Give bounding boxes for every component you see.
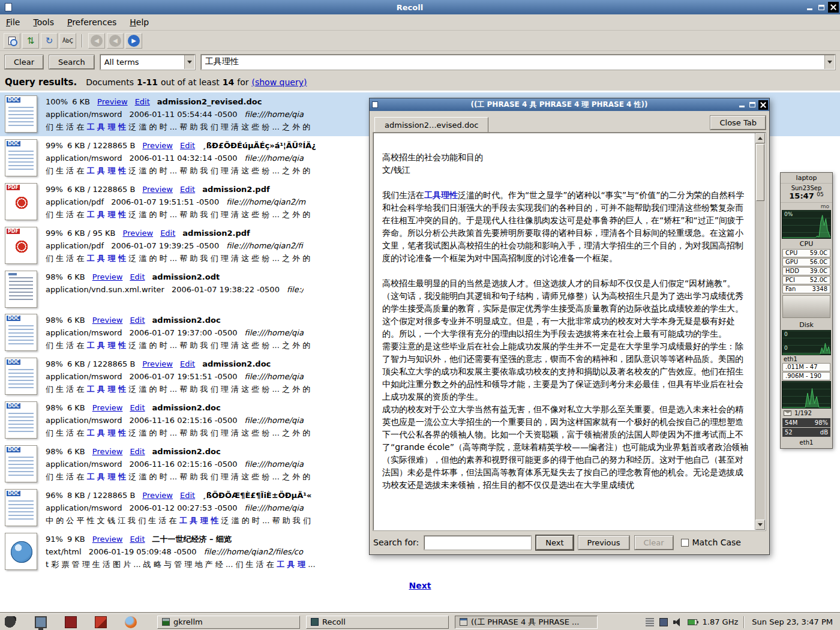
preview-link[interactable]: Preview — [92, 403, 123, 412]
preview-link[interactable]: Preview — [142, 141, 173, 150]
file-icon[interactable] — [5, 358, 37, 395]
file-icon[interactable] — [5, 401, 37, 439]
preview-close-button[interactable] — [758, 100, 768, 110]
file-icon[interactable] — [5, 227, 37, 264]
file-icon[interactable] — [5, 533, 37, 570]
temp-value: 39.0C — [810, 268, 827, 275]
preview-minimize-button[interactable] — [737, 100, 746, 110]
term-explorer-button[interactable]: ÂbÇ — [59, 33, 76, 49]
menu-tools[interactable]: Tools — [33, 17, 54, 27]
text-fragment: 高校招生最明显的目的当然是选拔人才。但这选拔人才的目标却不仅仅是人们假定“因材施… — [382, 278, 743, 338]
clear-button[interactable]: Clear — [5, 55, 43, 69]
file-icon[interactable] — [5, 271, 37, 308]
app-launcher-icon[interactable] — [65, 616, 77, 628]
menu-help[interactable]: Help — [130, 17, 149, 27]
preview-titlebar[interactable]: ((工 PHRASE 4 具 PHRASE 4 理 PHRASE 4 性)) — [370, 98, 769, 111]
scroll-up-button[interactable] — [755, 133, 765, 143]
menu-preferences[interactable]: Preferences — [67, 17, 116, 27]
preview-link[interactable]: Preview — [123, 229, 154, 238]
file-icon[interactable] — [5, 314, 37, 351]
preview-link[interactable]: Preview — [142, 359, 173, 368]
taskbar-window-preview[interactable]: ((工 PHRASE 4 具 PHRASE ... — [455, 616, 598, 629]
edit-link[interactable]: Edit — [180, 491, 195, 500]
maximize-button[interactable] — [816, 2, 827, 13]
show-query-link[interactable]: (show query) — [251, 77, 307, 87]
sort-button[interactable]: ⇅ — [22, 33, 39, 49]
preview-link[interactable]: Preview — [142, 491, 173, 500]
search-input[interactable] — [202, 57, 824, 67]
window-titlebar[interactable]: Recoll — [0, 0, 840, 14]
preview-link[interactable]: Preview — [92, 272, 123, 281]
result-line1: 99%6 KB / 1228865 BPreviewEdit¸ßÐ£ÕÐÉúµÄ… — [46, 139, 316, 152]
result-score: 98% — [46, 447, 63, 456]
text-fragment: 泛 滥 的 时 ... 帮 助 我 们 理 清 这 些 纷 ... 之 外 的 — [126, 428, 310, 437]
preview-link[interactable]: Preview — [92, 447, 123, 456]
scrollbar-track[interactable] — [755, 202, 765, 520]
search-button[interactable]: Search — [49, 55, 94, 69]
mail-count: 1/192 — [794, 410, 812, 416]
preview-next-button[interactable]: Next — [536, 536, 572, 550]
file-icon[interactable] — [5, 183, 37, 220]
history-button[interactable]: ↻ — [41, 33, 58, 49]
edit-link[interactable]: Edit — [180, 141, 195, 150]
edit-link[interactable]: Edit — [160, 229, 175, 238]
preview-scrollbar[interactable] — [755, 133, 765, 530]
tools-launcher-icon[interactable] — [95, 616, 107, 628]
edit-link[interactable]: Edit — [180, 185, 195, 194]
result-url: file:///home/qia — [244, 328, 303, 337]
taskbar-window-recoll[interactable]: Recoll — [306, 616, 449, 629]
edit-link[interactable]: Edit — [130, 447, 145, 456]
edit-link[interactable]: Edit — [180, 359, 195, 368]
terminal-launcher-icon[interactable] — [35, 616, 47, 628]
battery-icon[interactable] — [688, 619, 697, 625]
preview-tab[interactable]: admission2...evised.doc — [374, 117, 488, 133]
close-tab-button[interactable]: Close Tab — [710, 116, 766, 130]
search-mode-select[interactable]: All terms — [100, 55, 195, 70]
firefox-launcher-icon[interactable] — [125, 616, 137, 628]
edit-link[interactable]: Edit — [130, 535, 145, 544]
minimize-button[interactable] — [804, 2, 815, 13]
text-fragment: 们 生 活 在 — [46, 210, 87, 219]
menu-file[interactable]: File — [6, 17, 20, 27]
preview-document[interactable]: 高校招生的社会功能和目的文/钱江我们生活在工具理性泛滥的时代。作为“世之显学”的… — [374, 133, 755, 530]
query-fragments-button[interactable] — [4, 33, 20, 49]
preview-previous-button[interactable]: Previous — [578, 536, 629, 550]
query-history-dropdown[interactable] — [824, 55, 835, 69]
result-body: 91%9 KBPreviewEdit二十一世纪经济 – 细览 text/html… — [46, 533, 316, 571]
preview-search-input[interactable] — [424, 536, 531, 550]
match-case-checkbox[interactable]: Match Case — [681, 538, 741, 547]
wm-menu-icon[interactable] — [5, 616, 17, 628]
edit-link[interactable]: Edit — [135, 97, 150, 106]
edit-link[interactable]: Edit — [130, 403, 145, 412]
results-count-pre: Documents — [86, 77, 134, 87]
tray-keyboard-icon[interactable] — [659, 618, 668, 626]
preview-clear-button[interactable]: Clear — [635, 536, 673, 550]
results-total: 14 — [223, 77, 234, 87]
preview-link[interactable]: Preview — [92, 535, 123, 544]
scroll-down-button[interactable] — [755, 520, 765, 530]
preview-link[interactable]: Preview — [142, 185, 173, 194]
edit-link[interactable]: Edit — [130, 316, 145, 325]
scrollbar-thumb[interactable] — [756, 144, 764, 201]
prev-page-button[interactable]: ◀ — [107, 33, 124, 49]
first-page-button[interactable]: ◀ — [88, 33, 105, 49]
preview-maximize-button[interactable] — [748, 100, 757, 110]
file-icon[interactable] — [5, 139, 37, 176]
text-fragment: 们 生 活 在 — [46, 166, 87, 175]
tray-grid-icon[interactable] — [646, 618, 654, 626]
taskbar-window-gkrellm[interactable]: gkrellm — [157, 616, 300, 629]
next-page-button[interactable]: ▶ — [125, 33, 142, 49]
file-icon[interactable] — [5, 489, 37, 526]
volume-icon[interactable] — [673, 618, 682, 626]
edit-link[interactable]: Edit — [130, 272, 145, 281]
task-label: Recoll — [322, 617, 346, 626]
preview-link[interactable]: Preview — [97, 97, 128, 106]
results-range: 1-11 — [137, 77, 158, 87]
preview-link[interactable]: Preview — [92, 316, 123, 325]
file-icon[interactable] — [5, 95, 37, 133]
next-page-link[interactable]: Next — [409, 581, 431, 590]
taskbar-clock[interactable]: Sun Sep 23, 3:47 PM — [749, 617, 835, 626]
file-icon[interactable] — [5, 445, 37, 482]
search-mode-dropdown[interactable] — [184, 55, 194, 69]
close-button[interactable] — [828, 2, 839, 13]
